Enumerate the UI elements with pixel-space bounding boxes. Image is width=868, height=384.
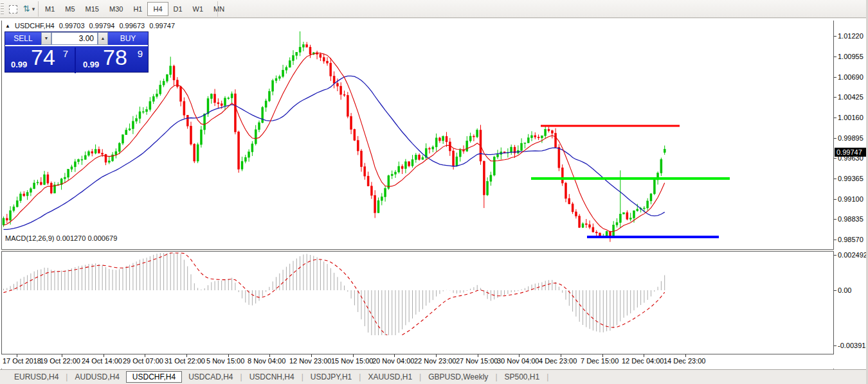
chart-frame <box>833 21 834 369</box>
macd-axis-label: 0.00 <box>838 286 867 294</box>
low-value: 0.99673 <box>119 22 145 30</box>
arrange-arrows-glyph: ⇅ <box>23 3 30 15</box>
buy-button[interactable]: BUY <box>108 32 148 45</box>
macd-axis-label: 0.002492 <box>838 251 867 259</box>
price-axis-label: 0.98570 <box>838 236 867 243</box>
chart-tab-eurusd[interactable]: EURUSD,H4 <box>8 371 65 383</box>
macd-axis-tick <box>834 290 836 291</box>
time-axis-label: 27 Nov 15:00 <box>456 357 498 365</box>
price-axis-label: 0.99895 <box>838 134 867 142</box>
timeframe-button-d1[interactable]: D1 <box>168 2 188 16</box>
timeframe-button-m5[interactable]: M5 <box>60 2 80 16</box>
timeframe-button-m1[interactable]: M1 <box>40 2 60 16</box>
price-axis-tick <box>834 36 836 37</box>
bid-pip-digit: 7 <box>63 48 68 59</box>
ask-prefix: 0.99 <box>83 60 99 69</box>
time-axis-label: 19 Oct 22:00 <box>40 357 80 365</box>
bid-prefix: 0.99 <box>11 60 27 69</box>
price-axis-tick <box>834 77 836 78</box>
time-axis-label: 14 Dec 23:00 <box>664 357 705 365</box>
macd-axis-tick <box>834 345 836 346</box>
macd-axis-label: -0.003913 <box>838 342 867 349</box>
macd-indicator-canvas[interactable] <box>2 233 833 335</box>
timeframe-button-w1[interactable]: W1 <box>188 2 209 16</box>
volume-increase-button[interactable]: ▲ <box>98 32 108 45</box>
time-axis-label: 31 Oct 22:00 <box>165 357 205 365</box>
tab-separator: | <box>495 372 497 381</box>
collapse-panel-icon[interactable]: ▲ <box>5 23 10 29</box>
time-axis-label: 5 Nov 15:00 <box>206 357 244 365</box>
price-axis-tick <box>834 240 836 240</box>
symbol-period-label: USDCHF,H4 <box>15 22 55 30</box>
price-axis-tick <box>834 158 836 159</box>
chart-tab-gbpusd[interactable]: GBPUSD,Weekly <box>422 371 494 383</box>
toolbar-grip[interactable] <box>1 3 4 15</box>
chart-tab-audusd[interactable]: AUDUSD,H4 <box>68 371 125 383</box>
time-axis[interactable]: 17 Oct 201819 Oct 22:0024 Oct 14:0029 Oc… <box>1 354 834 369</box>
ask-price-tile[interactable]: 0.99 78 9 <box>77 48 149 73</box>
price-axis-label: 0.99365 <box>838 175 867 182</box>
macd-axis-tick <box>834 255 836 256</box>
tab-separator: | <box>359 372 361 381</box>
price-axis-label: 0.98835 <box>838 215 867 223</box>
ask-big-digits: 78 <box>103 45 127 70</box>
timeframe-button-h4[interactable]: H4 <box>147 2 168 16</box>
time-axis-label: 7 Dec 15:00 <box>581 357 619 365</box>
tab-separator: | <box>547 372 548 381</box>
price-axis-label: 1.00425 <box>838 93 867 101</box>
open-value: 0.99703 <box>59 22 85 30</box>
timeframe-button-mn[interactable]: MN <box>208 2 230 16</box>
time-axis-label: 4 Dec 23:00 <box>539 357 577 365</box>
toolbar-separator <box>217 1 218 17</box>
price-axis-label: 1.00955 <box>838 53 867 60</box>
price-axis-label: 1.01220 <box>838 32 867 40</box>
chart-tab-sp500[interactable]: SP500,H1 <box>498 371 547 383</box>
chart-tab-usdcad[interactable]: USDCAD,H4 <box>182 371 239 383</box>
time-axis-label: 8 Nov 04:00 <box>248 357 285 365</box>
chart-tab-usdchf[interactable]: USDCHF,H4 <box>126 371 182 383</box>
current-price-badge: 0.99747 <box>835 148 866 157</box>
price-axis-tick <box>834 219 836 220</box>
chart-tab-xauusd[interactable]: XAUUSD,H1 <box>361 371 419 383</box>
time-axis-label: 22 Nov 23:00 <box>414 357 456 365</box>
chart-tab-bar: EURUSD,H4|AUDUSD,H4USDCHF,H4USDCAD,H4|US… <box>0 369 868 384</box>
chart-window: ▲ USDCHF,H4 0.99703 0.99794 0.99673 0.99… <box>0 19 866 369</box>
price-axis-tick <box>834 138 836 139</box>
tab-separator: | <box>66 372 68 381</box>
tab-separator: | <box>240 372 242 381</box>
trade-panel-row: SELL ▼ 3.00 ▲ BUY <box>5 32 148 46</box>
pane-splitter[interactable] <box>1 251 834 252</box>
timeframe-group: M1M5M15M30H1H4D1W1MN <box>40 2 230 16</box>
chart-tab-usdjpy[interactable]: USDJPY,H1 <box>304 371 358 383</box>
one-click-trade-panel: SELL ▼ 3.00 ▲ BUY 0.99 74 7 0.99 78 9 <box>5 31 149 73</box>
timeframe-button-h1[interactable]: H1 <box>128 2 147 16</box>
price-axis-tick <box>834 118 836 118</box>
time-axis-label: 30 Nov 04:00 <box>497 357 539 365</box>
high-value: 0.99794 <box>89 22 115 30</box>
time-axis-label: 29 Oct 07:00 <box>123 357 163 365</box>
volume-input[interactable]: 3.00 <box>51 32 98 45</box>
toolbar-separator <box>38 1 39 17</box>
bid-price-tile[interactable]: 0.99 74 7 <box>5 48 76 73</box>
price-axis-label: 0.99100 <box>838 195 867 203</box>
select-tool-icon[interactable] <box>6 3 19 15</box>
chart-frame <box>1 21 2 369</box>
tab-separator: | <box>419 372 421 381</box>
time-axis-label: 24 Oct 14:00 <box>82 357 122 365</box>
time-axis-label: 17 Oct 2018 <box>3 357 41 365</box>
price-axis-label: 1.00160 <box>838 114 867 121</box>
volume-decrease-button[interactable]: ▼ <box>41 32 51 45</box>
time-axis-label: 20 Nov 04:00 <box>372 357 414 365</box>
sell-button[interactable]: SELL <box>5 32 41 45</box>
ohlc-readout: ▲ USDCHF,H4 0.99703 0.99794 0.99673 0.99… <box>5 22 177 30</box>
arrange-charts-icon[interactable]: ⇅ ▾ <box>21 3 37 15</box>
chart-tab-usdcnh[interactable]: USDCNH,H4 <box>243 371 301 383</box>
dropdown-caret-icon: ▾ <box>32 6 35 12</box>
time-axis-label: 15 Nov 15:00 <box>331 357 373 365</box>
time-axis-label: 12 Dec 04:00 <box>622 357 664 365</box>
price-axis-tick <box>834 179 836 179</box>
price-axis-tick <box>834 199 836 200</box>
timeframe-button-m15[interactable]: M15 <box>80 2 104 16</box>
macd-indicator-label: MACD(12,26,9) 0.001270 0.000679 <box>5 234 117 242</box>
timeframe-button-m30[interactable]: M30 <box>104 2 128 16</box>
